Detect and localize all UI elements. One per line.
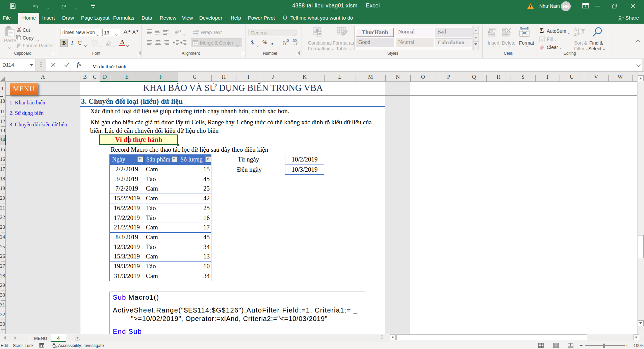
svg-text:A: A (574, 27, 577, 32)
svg-text:ab: ab (175, 30, 178, 33)
svg-text:ab: ab (196, 29, 199, 32)
svg-text:Z: Z (574, 32, 576, 37)
